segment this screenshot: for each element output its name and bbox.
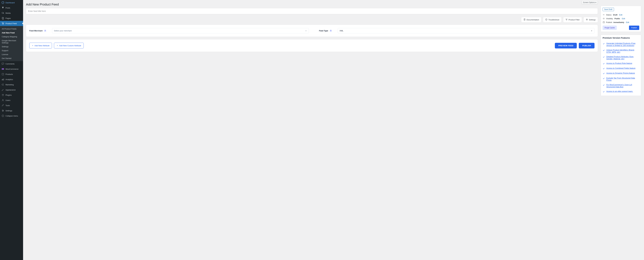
submenu-item-get-started[interactable]: Get Started xyxy=(0,56,23,60)
premium-feature-link[interactable]: Unique Product Identifiers (Brand, GTIN,… xyxy=(606,49,639,53)
publish-button[interactable]: Publish xyxy=(629,26,639,30)
sidebar-item-analytics[interactable]: Analytics xyxy=(0,77,23,82)
add-custom-attribute-button[interactable]: ＋ Add New Custom Attribute xyxy=(54,43,84,48)
woo-icon xyxy=(2,68,4,70)
status-row: Status: Draft Edit xyxy=(602,13,639,17)
sidebar-item-posts[interactable]: Posts xyxy=(0,5,23,11)
submenu-item-support[interactable]: Support xyxy=(0,49,23,53)
sidebar-item-dashboard[interactable]: Dashboard xyxy=(0,0,23,5)
sidebar-item-users[interactable]: Users xyxy=(0,98,23,103)
main-column: Add New Product Feed Screen Options ▾ Do… xyxy=(23,0,601,260)
sidebar-item-tools[interactable]: Tools xyxy=(0,103,23,108)
sidebar-item-label: Dashboard xyxy=(6,2,15,4)
screen-options-button[interactable]: Screen Options ▾ xyxy=(582,1,598,4)
sidebar-item-label: Posts xyxy=(6,7,10,9)
feed-type-label: Feed Type xyxy=(319,30,328,32)
gear-icon xyxy=(586,18,588,21)
submenu-item-all-feeds[interactable]: All Product Feeds xyxy=(0,27,23,31)
help-icon[interactable]: ? xyxy=(330,30,332,32)
check-icon xyxy=(602,90,605,93)
feed-title-input[interactable] xyxy=(26,8,598,14)
plug-icon xyxy=(2,94,4,96)
premium-feature-link[interactable]: Fix WooCommerce's (Json-Ld) Structured D… xyxy=(606,84,639,88)
check-icon xyxy=(602,67,605,70)
svg-point-16 xyxy=(586,19,587,20)
analytics-icon xyxy=(2,78,4,81)
purge-cache-button[interactable]: Purge Cache xyxy=(602,26,617,30)
save-draft-button[interactable]: Save Draft xyxy=(602,8,614,11)
action-bar: Documentation Troubleshoot Product Filte… xyxy=(26,17,598,22)
feed-config-card: Feed Merchant ? Select your merchant Fee… xyxy=(26,25,598,37)
premium-feature-link[interactable]: Exclude Tax From Structured Data Prices xyxy=(606,77,639,81)
eye-icon xyxy=(602,17,605,20)
sidebar-item-settings[interactable]: Settings xyxy=(0,108,23,113)
products-icon xyxy=(2,73,4,76)
feed-merchant-label: Feed Merchant xyxy=(29,30,42,32)
feed-merchant-select[interactable]: Select your merchant xyxy=(52,28,309,33)
premium-feature-link[interactable]: Detailed Product Attributes (Size, Gende… xyxy=(606,56,639,60)
publish-feed-button[interactable]: PUBLISH xyxy=(579,43,594,48)
sidebar-item-media[interactable]: Media xyxy=(0,11,23,16)
sidebar-item-label: Analytics xyxy=(6,78,13,81)
content-wrapper: Add New Product Feed Screen Options ▾ Do… xyxy=(23,0,644,260)
premium-feature-link[interactable]: Access to Product Rule feature xyxy=(606,62,632,65)
premium-metabox: Premium Version Features Generate Unlimi… xyxy=(601,35,641,96)
edit-publish-date-link[interactable]: Edit xyxy=(626,21,629,24)
side-column: Save Draft Status: Draft Edit Visibility… xyxy=(601,0,644,260)
admin-sidebar: Dashboard Posts Media Pages Product Feed… xyxy=(0,0,23,260)
submenu-item-settings[interactable]: Settings xyxy=(0,45,23,49)
sidebar-item-collapse[interactable]: Collapse menu xyxy=(0,113,23,118)
sidebar-item-marketing[interactable]: Marketing xyxy=(0,82,23,87)
settings-button[interactable]: Settings xyxy=(584,17,598,22)
product-filter-button[interactable]: Product Filter xyxy=(563,17,582,22)
check-icon xyxy=(602,72,605,75)
pages-icon xyxy=(2,17,4,20)
sidebar-item-pages[interactable]: Pages xyxy=(0,16,23,21)
user-icon xyxy=(2,99,4,102)
sidebar-item-comments[interactable]: Comments xyxy=(0,61,23,66)
sidebar-item-plugins[interactable]: Plugins xyxy=(0,92,23,98)
sliders-icon xyxy=(2,109,4,112)
documentation-button[interactable]: Documentation xyxy=(521,17,541,22)
svg-point-12 xyxy=(2,111,3,111)
svg-point-2 xyxy=(3,13,4,14)
sidebar-item-appearance[interactable]: Appearance xyxy=(0,87,23,92)
submenu-item-license[interactable]: License xyxy=(0,53,23,56)
svg-rect-8 xyxy=(2,73,4,75)
sidebar-item-label: Collapse menu xyxy=(6,115,18,117)
sidebar-item-product-feed[interactable]: Product Feed xyxy=(0,21,23,26)
help-icon[interactable]: ? xyxy=(44,30,46,32)
feed-type-select[interactable]: XML xyxy=(338,28,594,33)
sidebar-item-label: Tools xyxy=(6,104,10,106)
svg-point-17 xyxy=(603,15,604,15)
check-icon xyxy=(602,62,605,65)
comment-icon xyxy=(2,62,4,65)
check-icon xyxy=(602,77,605,80)
submenu-item-google-merchant[interactable]: Google Merchant Settings xyxy=(0,39,23,45)
info-icon xyxy=(545,18,548,21)
collapse-icon xyxy=(2,114,4,117)
sidebar-item-products[interactable]: Products xyxy=(0,72,23,77)
pin-icon xyxy=(2,6,4,9)
key-icon xyxy=(602,14,605,16)
troubleshoot-button[interactable]: Troubleshoot xyxy=(543,17,561,22)
preview-feed-button[interactable]: PREVIEW FEED xyxy=(555,43,577,48)
submenu-item-add-new-feed[interactable]: Add New Feed xyxy=(0,31,23,35)
sidebar-item-woocommerce[interactable]: WooCommerce xyxy=(0,66,23,72)
sidebar-item-label: Appearance xyxy=(6,89,16,91)
sidebar-item-label: Settings xyxy=(6,110,12,112)
edit-status-link[interactable]: Edit xyxy=(619,14,622,16)
add-attribute-button[interactable]: ＋ Add New Attribute xyxy=(29,43,52,48)
submenu-item-category-mapping[interactable]: Category Mapping xyxy=(0,35,23,39)
premium-feature-list: Generate Unlimited Products (Free versio… xyxy=(602,41,639,94)
premium-feature-link[interactable]: Access to Combined Fields feature xyxy=(606,67,636,70)
publish-date-row: Publish immediately Edit xyxy=(602,20,639,24)
edit-visibility-link[interactable]: Edit xyxy=(622,18,625,20)
premium-feature-link[interactable]: Access to Dynamic Pricing feature xyxy=(606,72,635,75)
wrench-icon xyxy=(2,104,4,107)
svg-point-13 xyxy=(2,115,4,117)
premium-feature-link[interactable]: Generate Unlimited Products (Free versio… xyxy=(606,42,639,47)
plus-icon: ＋ xyxy=(32,44,34,47)
sidebar-item-label: Marketing xyxy=(6,84,14,86)
premium-feature-link[interactable]: Access to an elite support team. xyxy=(606,90,633,93)
